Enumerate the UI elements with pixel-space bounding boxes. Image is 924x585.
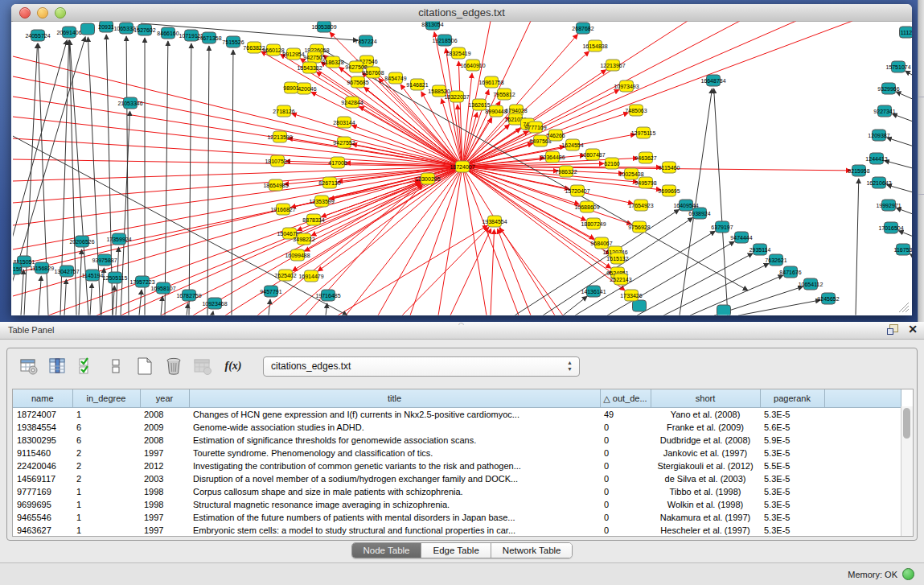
cell-spacer[interactable] <box>824 434 901 447</box>
node[interactable]: 417008 <box>328 157 347 168</box>
cell-name[interactable]: 18300295 <box>13 434 72 447</box>
cell-spacer[interactable] <box>824 498 901 511</box>
cell-title[interactable]: Estimation of the future numbers of pati… <box>189 511 600 524</box>
select-rows-icon[interactable] <box>75 354 99 378</box>
cell-in_degree[interactable]: 2 <box>72 447 140 459</box>
column-header-name[interactable]: name <box>13 389 72 408</box>
node[interactable]: 62160 <box>604 158 620 169</box>
cell-name[interactable]: 22420046 <box>13 459 72 472</box>
table-scrollbar-thumb[interactable] <box>903 408 910 439</box>
close-panel-icon[interactable]: ✕ <box>908 323 918 335</box>
cell-pagerank[interactable]: 5.9E-5 <box>760 434 824 447</box>
cell-year[interactable]: 1997 <box>140 511 189 524</box>
node[interactable] <box>633 300 647 311</box>
tab-node-table[interactable]: Node Table <box>352 543 422 558</box>
table-row[interactable]: 2242004622012Investigating the contribut… <box>13 459 901 472</box>
column-header-title[interactable]: title <box>189 389 600 408</box>
cell-title[interactable]: Embryonic stem cells: a model to study s… <box>189 524 600 537</box>
cell-out_de...[interactable]: 0 <box>600 434 651 447</box>
cell-pagerank[interactable]: 5.3E-5 <box>760 472 824 485</box>
cell-spacer[interactable] <box>824 511 901 524</box>
table-row[interactable]: 946362711997Embryonic stem cells: a mode… <box>13 524 901 537</box>
cell-pagerank[interactable]: 5.3E-5 <box>760 511 824 524</box>
cell-pagerank[interactable]: 5.6E-5 <box>760 421 824 434</box>
cell-spacer[interactable] <box>824 447 901 459</box>
cell-in_degree[interactable]: 1 <box>72 511 140 524</box>
float-panel-icon[interactable] <box>887 324 898 335</box>
cell-spacer[interactable] <box>824 408 901 422</box>
cell-spacer[interactable] <box>824 485 901 498</box>
column-header-year[interactable]: year <box>140 389 189 408</box>
table-row[interactable]: 911546021997Tourette syndrome. Phenomeno… <box>13 447 901 459</box>
cell-short[interactable]: Nakamura et al. (1997) <box>651 511 760 524</box>
cell-out_de...[interactable]: 0 <box>600 447 651 459</box>
cell-name[interactable]: 9777169 <box>13 485 72 498</box>
cell-short[interactable]: Jankovic et al. (1997) <box>651 447 760 459</box>
cell-in_degree[interactable]: 1 <box>72 498 140 511</box>
cell-out_de...[interactable]: 0 <box>600 524 651 537</box>
create-column-icon[interactable] <box>133 354 157 378</box>
cell-title[interactable]: Changes of HCN gene expression and I(f) … <box>189 408 600 422</box>
table-row[interactable]: 1830029562008Estimation of significance … <box>13 434 901 447</box>
table-scrollbar[interactable] <box>901 406 913 536</box>
cell-spacer[interactable] <box>824 472 901 485</box>
cell-pagerank[interactable]: 5.3E-5 <box>760 524 824 537</box>
tab-network-table[interactable]: Network Table <box>491 543 573 558</box>
function-builder-icon[interactable]: f(x) <box>220 354 247 378</box>
cell-year[interactable]: 1998 <box>140 485 189 498</box>
table-row[interactable]: 946554611997Estimation of the future num… <box>13 511 901 524</box>
cell-year[interactable]: 1997 <box>140 447 189 459</box>
tab-edge-table[interactable]: Edge Table <box>421 543 491 558</box>
cell-year[interactable]: 1997 <box>140 524 189 537</box>
table-select-dropdown[interactable]: citations_edges.txt ▲▼ <box>263 356 580 377</box>
table-row[interactable]: 1872400712008Changes of HCN gene express… <box>13 408 901 422</box>
delete-column-icon[interactable] <box>162 354 186 378</box>
cell-out_de...[interactable]: 0 <box>600 472 651 485</box>
cell-pagerank[interactable]: 5.5E-5 <box>760 459 824 472</box>
cell-year[interactable]: 1998 <box>140 498 189 511</box>
cell-short[interactable]: de Silva et al. (2003) <box>651 472 760 485</box>
cell-in_degree[interactable]: 2 <box>72 472 140 485</box>
cell-out_de...[interactable]: 0 <box>600 459 651 472</box>
cell-year[interactable]: 2012 <box>140 459 189 472</box>
network-canvas[interactable]: 2405572420691406209311065332715276028466… <box>0 0 924 322</box>
cell-title[interactable]: Estimation of significance thresholds fo… <box>189 434 600 447</box>
cell-name[interactable]: 19384554 <box>13 421 72 434</box>
cell-spacer[interactable] <box>824 459 901 472</box>
table-row[interactable]: 977716911998Corpus callosum shape and si… <box>13 485 901 498</box>
cell-short[interactable]: Stergiakouli et al. (2012) <box>651 459 760 472</box>
cell-pagerank[interactable]: 5.3E-5 <box>760 408 824 422</box>
delete-table-icon[interactable] <box>191 354 215 378</box>
cell-name[interactable]: 9115460 <box>13 447 72 459</box>
splitter-handle-icon[interactable]: ◠ <box>458 321 464 328</box>
cell-title[interactable]: Corpus callosum shape and size in male p… <box>189 485 600 498</box>
row-height-icon[interactable] <box>104 354 128 378</box>
cell-out_de...[interactable]: 0 <box>600 498 651 511</box>
table-row[interactable]: 969969511998Structural magnetic resonanc… <box>13 498 901 511</box>
cell-year[interactable]: 2003 <box>140 472 189 485</box>
node[interactable]: 39159 <box>6 263 23 274</box>
table-row[interactable]: 1456911722003Disruption of a novel membe… <box>13 472 901 485</box>
cell-title[interactable]: Investigating the contribution of common… <box>189 459 600 472</box>
cell-title[interactable]: Tourette syndrome. Phenomenology and cla… <box>189 447 600 459</box>
cell-out_de...[interactable]: 0 <box>600 511 651 524</box>
cell-in_degree[interactable]: 1 <box>72 408 140 422</box>
cell-spacer[interactable] <box>824 524 901 537</box>
cell-out_de...[interactable]: 0 <box>600 421 651 434</box>
cell-in_degree[interactable]: 2 <box>72 459 140 472</box>
cell-short[interactable]: Hescheler et al. (1997) <box>651 524 760 537</box>
node[interactable]: 746266 <box>546 130 565 141</box>
memory-indicator[interactable]: Memory: OK <box>848 568 914 580</box>
cell-in_degree[interactable]: 6 <box>72 421 140 434</box>
cell-pagerank[interactable]: 5.3E-5 <box>760 485 824 498</box>
cell-spacer[interactable] <box>824 421 901 434</box>
node[interactable] <box>717 305 731 316</box>
cell-short[interactable]: Yano et al. (2008) <box>651 408 760 422</box>
cell-year[interactable]: 2008 <box>140 434 189 447</box>
column-header-in_degree[interactable]: in_degree <box>72 389 140 408</box>
column-header-short[interactable]: short <box>651 389 760 408</box>
node[interactable]: 98901 <box>283 82 299 93</box>
cell-year[interactable]: 2009 <box>140 421 189 434</box>
cell-in_degree[interactable]: 1 <box>72 485 140 498</box>
cell-title[interactable]: Disruption of a novel member of a sodium… <box>189 472 600 485</box>
